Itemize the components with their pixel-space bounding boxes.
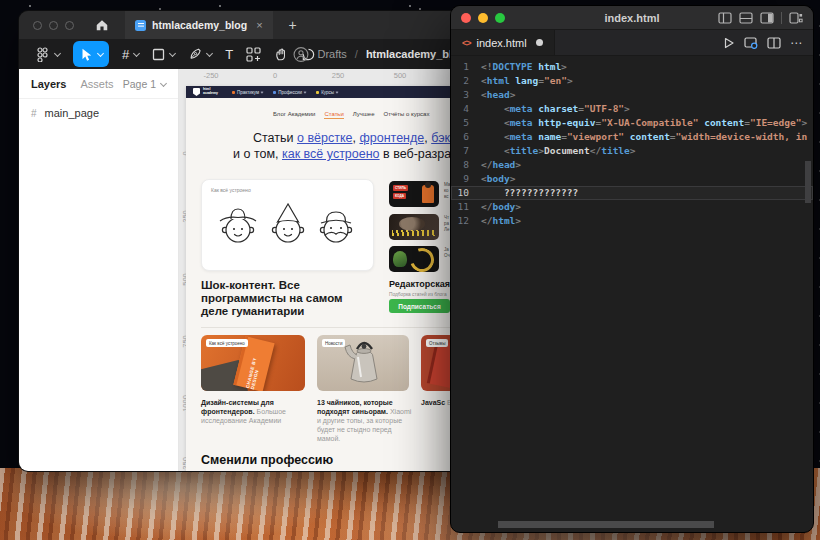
panel-bottom-icon[interactable] <box>739 12 753 24</box>
titlebar-divider <box>781 12 782 24</box>
mock-nav-bullet <box>232 91 235 94</box>
page-selector[interactable]: Page 1 <box>123 78 166 90</box>
figma-traffic-zoom[interactable] <box>65 21 74 30</box>
mock-hero-line2: и о том, как всё устроено в веб-разра <box>233 147 451 161</box>
frame-tool-button[interactable]: # <box>122 41 139 67</box>
traffic-close[interactable] <box>461 13 471 23</box>
mock-bottom-heading: Сменили профессию <box>201 453 333 467</box>
traffic-zoom[interactable] <box>495 13 505 23</box>
code-line-12[interactable]: 12</html> <box>451 214 813 228</box>
layer-item-main-page[interactable]: # main_page <box>19 99 178 127</box>
panel-right-icon[interactable] <box>760 12 774 24</box>
main-menu-button[interactable] <box>35 41 60 67</box>
page-selector-label: Page 1 <box>123 78 156 90</box>
horizontal-scrollbar[interactable] <box>498 521 714 528</box>
mock-figure <box>422 185 434 203</box>
hand-tool-button[interactable] <box>274 41 288 67</box>
mock-article-image-kettle: Новости <box>317 335 409 391</box>
line-number: 4 <box>451 102 481 116</box>
avatar-icon[interactable] <box>292 46 309 63</box>
chevron-down-icon <box>97 49 104 56</box>
code-line-5[interactable]: 5 <meta http-equiv="X-UA-Compatible" con… <box>451 116 813 130</box>
code-line-1[interactable]: 1<!DOCTYPE html> <box>451 60 813 74</box>
editor-titlebar: index.html <box>451 6 813 30</box>
line-number: 8 <box>451 158 481 172</box>
breadcrumb-folder[interactable]: Drafts <box>317 48 346 60</box>
new-tab-button[interactable]: + <box>289 17 297 33</box>
mock-hero-link: о вёрстке <box>297 131 353 145</box>
run-button[interactable] <box>723 37 735 49</box>
pen-tool-button[interactable] <box>188 41 212 67</box>
code-line-4[interactable]: 4 <meta charset="UTF-8"> <box>451 102 813 116</box>
tab-assets[interactable]: Assets <box>80 78 113 90</box>
home-icon[interactable] <box>95 18 109 32</box>
code-line-6[interactable]: 6 <meta name="viewport" content="width=d… <box>451 130 813 144</box>
mock-side-card-style-code: СТИЛЬ КОДА <box>389 181 439 207</box>
customize-layout-icon[interactable] <box>789 12 803 24</box>
frame-icon: # <box>31 108 37 119</box>
code-line-3[interactable]: 3<head> <box>451 88 813 102</box>
code-line-8[interactable]: 8</head> <box>451 158 813 172</box>
mock-feature-card: Как всё устроено <box>201 179 374 271</box>
mock-side-card-parrot <box>389 246 439 272</box>
resources-button[interactable] <box>246 41 261 67</box>
breadcrumb-separator: / <box>355 48 358 60</box>
shape-tool-button[interactable] <box>152 41 175 67</box>
move-tool-button[interactable] <box>73 41 109 67</box>
text-tool-icon: T <box>225 47 233 62</box>
layers-panel: Layers Assets Page 1 # main_page <box>19 69 179 472</box>
code-line-9[interactable]: 9<body> <box>451 172 813 186</box>
editor-tabbar: <> index.html ⋯ <box>451 30 813 56</box>
figma-tab-label: htmlacademy_blog <box>152 19 247 31</box>
code-text: </head> <box>481 158 521 172</box>
line-number: 2 <box>451 74 481 88</box>
code-text: <body> <box>481 172 515 186</box>
figma-file-tab[interactable]: htmlacademy_blog × <box>125 11 273 39</box>
line-number: 1 <box>451 60 481 74</box>
frame-tool-icon: # <box>122 47 129 62</box>
split-editor-button[interactable] <box>767 37 781 49</box>
html-file-icon: <> <box>462 38 471 48</box>
mock-nav-bullet <box>273 91 276 94</box>
chevron-down-icon <box>206 49 213 56</box>
mock-hero-link: как всё устроено <box>282 147 380 161</box>
mock-hero-text: и о том, <box>233 147 282 161</box>
mock-side-card-raccoon <box>389 214 439 240</box>
editor-tab-index-html[interactable]: <> index.html <box>451 30 555 55</box>
mock-site-nav: ПрактикумПрофессииКурсы <box>232 90 338 95</box>
code-text: <html lang="en"> <box>481 74 573 88</box>
chevron-down-icon <box>160 79 167 86</box>
line-number: 12 <box>451 214 481 228</box>
mock-logo-text: htmlacademy <box>203 88 218 95</box>
figma-traffic-close[interactable] <box>33 21 42 30</box>
figma-traffic-minimize[interactable] <box>49 21 58 30</box>
move-cursor-icon <box>79 47 93 62</box>
traffic-minimize[interactable] <box>478 13 488 23</box>
ruler-h-label: 0 <box>273 71 277 80</box>
mock-blog-nav-item: Блог Академии <box>273 111 315 119</box>
editor-window-title: index.html <box>604 12 659 24</box>
panel-left-icon[interactable] <box>718 12 732 24</box>
code-line-11[interactable]: 11</body> <box>451 200 813 214</box>
tab-layers[interactable]: Layers <box>31 78 66 90</box>
ruler-h-label: 500 <box>394 71 407 80</box>
unsaved-dot-icon[interactable] <box>536 39 543 46</box>
code-line-2[interactable]: 2<html lang="en"> <box>451 74 813 88</box>
vertical-scrollbar[interactable] <box>805 161 811 203</box>
more-actions-button[interactable]: ⋯ <box>790 36 803 50</box>
tab-close-icon[interactable]: × <box>256 20 262 31</box>
mock-badge: Новости <box>322 339 345 347</box>
editor-tab-label: index.html <box>477 37 527 49</box>
mock-badge: Как всё устроено <box>206 339 248 347</box>
text-tool-button[interactable]: T <box>225 41 233 67</box>
chevron-down-icon <box>169 49 176 56</box>
code-line-7[interactable]: 7 <title>Document</title> <box>451 144 813 158</box>
code-editor-window: index.html <> index.html ⋯ 1<!DOCTYPE ht… <box>450 5 814 533</box>
code-area[interactable]: 1<!DOCTYPE html>2<html lang="en">3<head>… <box>451 56 813 228</box>
code-text: <!DOCTYPE html> <box>481 60 567 74</box>
line-number: 10 <box>451 186 481 200</box>
open-preview-button[interactable] <box>744 37 758 49</box>
mock-logo-icon <box>193 88 200 96</box>
line-number: 5 <box>451 116 481 130</box>
code-line-10[interactable]: 10 ????????????? <box>451 186 813 200</box>
